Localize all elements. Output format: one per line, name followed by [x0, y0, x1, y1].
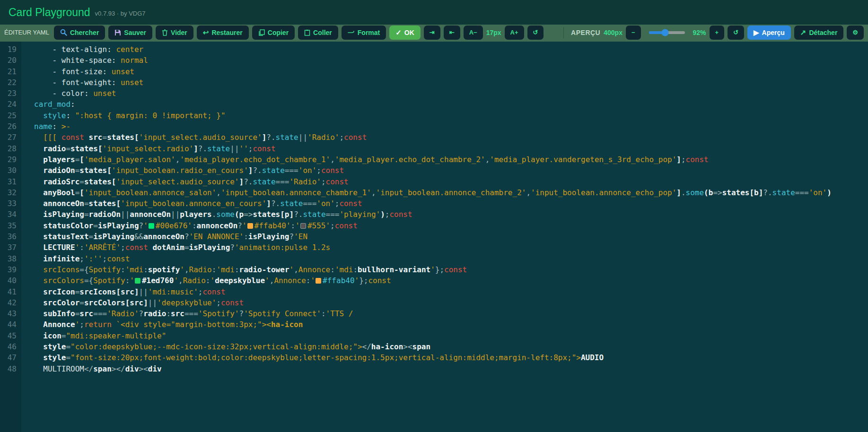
code-line[interactable]: 27 [[[ const src=states['input_select.au… [0, 132, 868, 143]
code-token: state [262, 166, 285, 175]
code-token: = [66, 353, 70, 362]
paste-button[interactable]: Coller [298, 26, 338, 40]
code-line[interactable]: 23 - color: unset [0, 88, 868, 99]
code-line[interactable]: 29 players=['media_player.salon','media_… [0, 154, 868, 165]
code-token: state [772, 188, 795, 197]
zoom-in-button[interactable]: + [710, 26, 725, 40]
detach-button[interactable]: ↗ Détacher [794, 26, 844, 40]
code-token: ; [79, 254, 84, 263]
code-line[interactable]: 37 LECTURE':'ARRÊTÉ';const dotAnim=isPla… [0, 242, 868, 253]
copy-icon [258, 29, 265, 36]
code-token: || [298, 133, 307, 142]
outdent-button[interactable]: ⇤ [444, 26, 460, 40]
code-line[interactable]: 41 srcIcon=srcIcons[src]||'mdi:music';co… [0, 286, 868, 297]
clear-button-label: Vider [171, 29, 187, 36]
code-line[interactable]: 40 srcColors={Spotify:'#1ed760',Radio:'d… [0, 275, 868, 286]
code-token: ' [75, 320, 80, 329]
code-token: bullhorn-variant [358, 265, 430, 274]
code-token: div [148, 364, 162, 373]
restore-button-label: Restaurer [211, 29, 242, 36]
preview-button[interactable]: ▶ Aperçu [747, 26, 791, 40]
code-token: const [326, 177, 349, 186]
code-line[interactable]: 32 anyBool=['input_boolean.annonce_salon… [0, 187, 868, 198]
zoom-slider[interactable] [649, 31, 685, 34]
font-decrease-label: A− [469, 29, 477, 36]
code-token: = [84, 210, 89, 219]
refresh-preview-button[interactable]: ↺ [728, 26, 744, 40]
code-token: const [321, 166, 344, 175]
code-line[interactable]: 20 - white-space: normal [0, 55, 868, 66]
line-number: 26 [0, 121, 21, 132]
code-token: Radio [189, 265, 212, 274]
save-button[interactable]: Sauver [108, 26, 152, 40]
search-button[interactable]: Chercher [54, 26, 105, 40]
code-line[interactable]: 36 statusText=isPlaying&&annonceOn?'EN A… [0, 231, 868, 242]
code-token: = [103, 133, 107, 142]
code-line[interactable]: 25 style: ":host { margin: 0 !important;… [0, 110, 868, 121]
code-text: radioSrc=states['input_select.audio_sour… [21, 176, 349, 187]
code-line[interactable]: 30 radioOn=states['input_boolean.radio_e… [0, 165, 868, 176]
code-token: states[ [107, 133, 139, 142]
copy-button[interactable]: Copier [252, 26, 295, 40]
code-line[interactable]: 28 radio=states['input_select.radio']?.s… [0, 143, 868, 154]
code-line[interactable]: 31 radioSrc=states['input_select.audio_s… [0, 176, 868, 187]
zoom-slider-thumb[interactable] [661, 29, 668, 36]
font-size-value: 17px [486, 29, 501, 36]
code-line[interactable]: 39 srcIcons={Spotify:'mdi:spotify',Radio… [0, 264, 868, 275]
code-token: states[ [79, 166, 111, 175]
line-number: 21 [0, 66, 21, 77]
settings-button[interactable]: ⚙ [847, 26, 864, 40]
code-line[interactable]: 33 annonceOn=states['input_boolean.annon… [0, 198, 868, 209]
code-token: ; [385, 210, 390, 219]
code-line[interactable]: 26name: >- [0, 121, 868, 132]
code-token: 'input_boolean.annonce_chambre_1' [221, 188, 371, 197]
clear-button[interactable]: Vider [156, 26, 193, 40]
zoom-out-button[interactable]: − [626, 26, 641, 40]
code-token [34, 177, 43, 186]
code-token: , [216, 188, 221, 197]
code-token: state [303, 210, 325, 219]
code-token: , [175, 155, 180, 164]
code-line[interactable]: 35 statusColor=isPlaying?'#00e676':annon… [0, 220, 868, 231]
code-line[interactable]: 43 subInfo=src==='Radio'?radio:src==='Sp… [0, 308, 868, 319]
code-token: MULTIROOM [34, 364, 84, 373]
code-line[interactable]: 47 style="font-size:20px;font-weight:bol… [0, 352, 868, 363]
code-token: : [192, 221, 197, 230]
code-line[interactable]: 44 Annonce';return `<div style="margin-b… [0, 319, 868, 330]
indent-button[interactable]: ⇥ [424, 26, 440, 40]
code-line[interactable]: 42 srcColor=srcColors[src]||'deepskyblue… [0, 297, 868, 308]
code-line[interactable]: 22 - font-weight: unset [0, 77, 868, 88]
code-line[interactable]: 24card_mod: [0, 99, 868, 110]
code-line[interactable]: 34 isPlaying=radioOn||annonceOn||players… [0, 209, 868, 220]
code-token: ' [355, 276, 359, 285]
code-line[interactable]: 21 - font-size: unset [0, 66, 868, 77]
format-icon [348, 30, 355, 35]
code-line[interactable]: 38 infinite;':'';const [0, 253, 868, 264]
code-token: : [330, 265, 335, 274]
code-token: "color:deepskyblue;--mdc-icon-size:32px;… [70, 342, 362, 351]
restore-icon: ↩ [203, 29, 209, 36]
yaml-editor[interactable]: 19 - text-align: center20 - white-space:… [0, 42, 868, 432]
format-button[interactable]: Format [342, 26, 386, 40]
code-token: - text-align: [34, 45, 116, 54]
code-token: 'on' [316, 199, 335, 208]
code-text: anyBool=['input_boolean.annonce_salon','… [21, 187, 832, 198]
code-token: 'input_boolean.radio_en_cours' [112, 166, 248, 175]
line-number: 19 [0, 44, 21, 55]
code-token: >< [403, 342, 412, 351]
code-token: srcColors[src] [84, 298, 148, 307]
code-token: isPlaying [98, 221, 139, 230]
ok-button[interactable]: ✓ OK [389, 26, 421, 40]
font-increase-button[interactable]: A+ [505, 26, 524, 40]
code-line[interactable]: 45 icon="mdi:speaker-multiple" [0, 330, 868, 341]
code-line[interactable]: 19 - text-align: center [0, 44, 868, 55]
code-line[interactable]: 48 MULTIROOM</span></div><div [0, 363, 868, 374]
code-token: #ffab40 [323, 276, 354, 285]
undo-button[interactable]: ↺ [527, 26, 544, 40]
code-token: subInfo [43, 309, 75, 318]
code-token: ; [216, 298, 221, 307]
code-line[interactable]: 46 style="color:deepskyblue;--mdc-icon-s… [0, 341, 868, 352]
restore-button[interactable]: ↩ Restaurer [197, 26, 249, 40]
font-decrease-button[interactable]: A− [464, 26, 483, 40]
code-token: 'media_player.echo_dot_chambre_2' [335, 155, 485, 164]
